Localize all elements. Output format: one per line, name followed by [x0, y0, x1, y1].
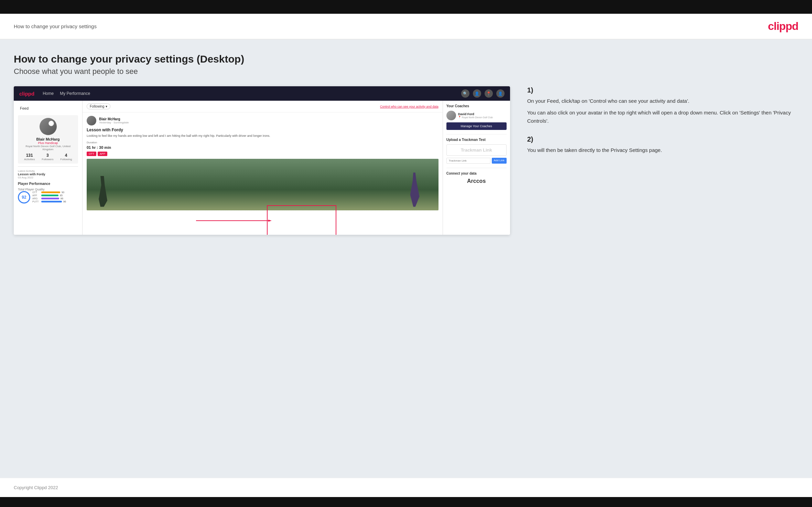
step1-text: On your Feed, click/tap on 'Control who …	[527, 97, 795, 125]
tag-ott: OTT	[87, 152, 96, 156]
user-icon: 👤	[473, 89, 481, 98]
mock-nav-home: Home	[43, 91, 54, 96]
bar-app-label: APP	[32, 194, 40, 197]
dropdown-arrow: ▾	[106, 104, 107, 108]
coach-info: David Ford 📍 Royal North Devon Golf Club	[458, 112, 493, 119]
bar-app: APP 85	[32, 194, 78, 197]
latest-activity-section: Latest Activity Lesson with Fordy 03 Aug…	[18, 169, 78, 179]
quality-row: 92 OTT 90 APP 85	[18, 191, 78, 203]
connect-section: Connect your data Arccos	[446, 168, 507, 184]
trackman-input-row: Add Link	[446, 158, 507, 164]
profile-club: Royal North Devon Golf Club, United King…	[21, 145, 75, 151]
copyright-text: Copyright Clippd 2022	[14, 485, 58, 490]
bottom-bar	[0, 497, 812, 507]
golf-ball-decoration	[48, 121, 54, 126]
activities-label: Activities	[24, 158, 35, 161]
post-tags: OTT APP	[87, 152, 439, 156]
profile-card: Blair McHarg Plus Handicap Royal North D…	[18, 115, 78, 164]
clippd-logo: clippd	[768, 20, 798, 33]
step1-text2: You can also click on your avatar in the…	[527, 109, 795, 125]
step1-number: 1)	[527, 86, 795, 94]
step2-text1: You will then be taken directly to the P…	[527, 146, 795, 154]
following-count: 4	[60, 153, 72, 158]
following-label: Following	[60, 158, 72, 161]
post-header: Blair McHarg Yesterday · Sunningdale	[87, 116, 439, 125]
bar-ott-fill	[41, 191, 60, 193]
latest-activity-date: 03 Aug 2022	[18, 176, 78, 179]
stat-activities: 131 Activities	[24, 153, 35, 161]
step2-text: You will then be taken directly to the P…	[527, 146, 795, 154]
bar-app-fill	[41, 195, 58, 196]
followers-label: Followers	[42, 158, 53, 161]
mock-app-body: Feed Blair McHarg Plus Handicap Royal No…	[14, 101, 510, 235]
post-duration-label: Duration	[87, 141, 439, 144]
trackman-input[interactable]	[446, 158, 490, 164]
golfer-silhouette-2	[404, 173, 425, 207]
post-duration-value: 01 hr : 30 min	[87, 145, 439, 150]
bar-ott-label: OTT	[32, 191, 40, 194]
coach-club: 📍 Royal North Devon Golf Club	[458, 116, 493, 119]
following-label: Following	[90, 104, 104, 108]
manage-coaches-button[interactable]: Manage Your Coaches	[446, 122, 507, 130]
quality-score: 92	[18, 191, 30, 203]
bar-ott-val: 90	[62, 191, 64, 194]
bar-arg-fill	[41, 198, 59, 199]
mock-sidebar: Feed Blair McHarg Plus Handicap Royal No…	[14, 101, 83, 235]
bar-putt-val: 96	[63, 200, 66, 203]
quality-label: Total Player Quality	[18, 188, 78, 191]
latest-activity-label: Latest Activity	[18, 169, 78, 173]
stat-following: 4 Following	[60, 153, 72, 161]
post-image	[87, 159, 439, 210]
latest-activity-name: Lesson with Fordy	[18, 173, 78, 176]
club-pin-icon: 📍	[458, 116, 461, 119]
player-performance-title: Player Performance	[18, 182, 78, 186]
trackman-title: Upload a Trackman Test	[446, 138, 507, 142]
mock-feed: Following ▾ Control who can see your act…	[83, 101, 443, 235]
player-performance-section: Player Performance Total Player Quality …	[18, 182, 78, 203]
following-dropdown[interactable]: Following ▾	[87, 103, 110, 109]
page-subheading: Choose what you want people to see	[14, 67, 798, 76]
profile-stats: 131 Activities 3 Followers 4 Following	[21, 153, 75, 161]
top-bar	[0, 0, 812, 14]
quality-bars: OTT 90 APP 85 ARG	[32, 191, 78, 203]
control-privacy-link[interactable]: Control who can see your activity and da…	[380, 105, 439, 108]
followers-count: 3	[42, 153, 53, 158]
bar-putt-fill	[41, 201, 62, 202]
page-heading: How to change your privacy settings (Des…	[14, 53, 798, 65]
bar-putt: PUTT 96	[32, 200, 78, 203]
step1-text1: On your Feed, click/tap on 'Control who …	[527, 97, 795, 105]
profile-name: Blair McHarg	[21, 137, 75, 141]
main-content: How to change your privacy settings (Des…	[0, 40, 812, 478]
mock-right-panel: Your Coaches David Ford 📍 Royal North De…	[443, 101, 510, 235]
connect-title: Connect your data	[446, 172, 507, 175]
location-icon: 📍	[485, 89, 493, 98]
search-icon: 🔍	[461, 89, 469, 98]
tag-app: APP	[98, 152, 107, 156]
trackman-placeholder: Trackman Link	[450, 147, 504, 153]
step2-number: 2)	[527, 135, 795, 143]
coach-club-name: Royal North Devon Golf Club	[462, 116, 493, 119]
page-footer: Copyright Clippd 2022	[0, 478, 812, 497]
page-breadcrumb: How to change your privacy settings	[14, 23, 97, 29]
feed-tab-label: Feed	[18, 105, 78, 112]
coaches-section-title: Your Coaches	[446, 104, 507, 108]
trackman-section: Upload a Trackman Test Trackman Link Add…	[446, 134, 507, 164]
post-author-meta: Yesterday · Sunningdale	[99, 121, 129, 124]
activities-count: 131	[24, 153, 35, 158]
profile-handicap: Plus Handicap	[21, 141, 75, 145]
add-link-button[interactable]: Add Link	[492, 158, 507, 164]
mock-nav-performance: My Performance	[60, 91, 90, 96]
post-description: Looking to feel like my hands are exitin…	[87, 134, 439, 138]
feed-post: Blair McHarg Yesterday · Sunningdale Les…	[83, 112, 443, 214]
top-navigation: How to change your privacy settings clip…	[0, 14, 812, 40]
post-title: Lesson with Fordy	[87, 128, 439, 132]
golfer-silhouette-1	[94, 176, 111, 207]
arccos-brand: Arccos	[446, 178, 507, 184]
bar-arg-val: 86	[61, 197, 63, 200]
divider	[18, 166, 78, 167]
post-author-info: Blair McHarg Yesterday · Sunningdale	[99, 117, 129, 124]
mock-nav-icons: 🔍 👤 📍 👤	[461, 89, 505, 98]
trackman-link-box: Trackman Link	[446, 144, 507, 156]
instruction-step2: 2) You will then be taken directly to th…	[527, 135, 795, 154]
post-avatar	[87, 116, 96, 125]
